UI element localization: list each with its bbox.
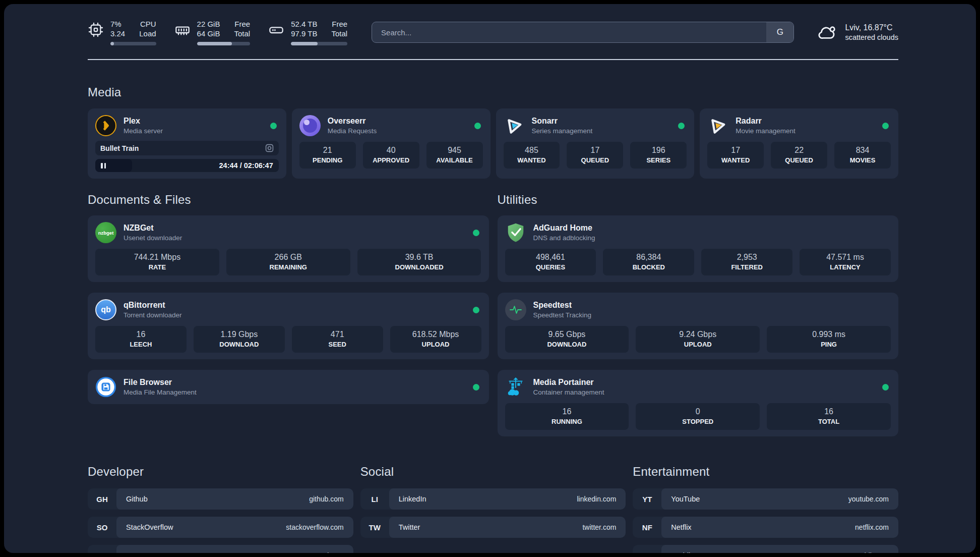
topbar-divider — [88, 59, 898, 60]
qbittorrent-icon: qb — [95, 299, 116, 320]
cpu-progress-bar — [110, 42, 156, 45]
app-desc: Speedtest Tracking — [533, 311, 891, 320]
ram-progress-fill — [197, 42, 232, 45]
app-name: Media Portainer — [533, 377, 876, 387]
disk-icon — [268, 22, 284, 38]
card-overseerr[interactable]: Overseerr Media Requests 21 PENDING 40 A… — [292, 108, 491, 179]
app-desc: Container management — [533, 388, 876, 397]
disk-total: 97.9 TB — [291, 29, 317, 38]
disk-progress-fill — [291, 42, 318, 45]
ram-free: 22 GiB — [197, 19, 220, 29]
section-heading-developer: Developer — [88, 465, 353, 479]
section-heading-entertainment: Entertainment — [633, 465, 898, 479]
stat-upload: 9.24 Gbps UPLOAD — [636, 326, 760, 353]
bookmark-youtube[interactable]: YT YouTube youtube.com — [633, 488, 898, 510]
disk-widget: 52.4 TB Free 97.9 TB Total — [268, 19, 347, 45]
status-dot — [474, 123, 481, 129]
status-dot — [882, 123, 889, 129]
ram-total: 64 GiB — [197, 29, 220, 38]
playback-progress-bar: 24:44 / 02:06:47 — [95, 159, 279, 172]
search-engine-button[interactable]: G — [766, 22, 793, 42]
stat-approved: 40 APPROVED — [363, 142, 419, 169]
bookmarks-entertainment: Entertainment YT YouTube youtube.com NF … — [633, 465, 898, 553]
stat-wanted: 485 WANTED — [504, 142, 560, 169]
bookmark-linkedin[interactable]: LI LinkedIn linkedin.com — [360, 488, 626, 510]
pause-icon[interactable] — [101, 163, 103, 169]
search-input[interactable] — [372, 22, 766, 42]
status-dot — [473, 230, 479, 236]
section-heading-media: Media — [88, 85, 898, 99]
card-adguard[interactable]: AdGuard Home DNS and adblocking 498,461 … — [498, 215, 899, 282]
cpu-label-1: CPU — [139, 19, 156, 29]
bookmarks-developer: Developer GH Github github.com SO StackO… — [88, 465, 353, 553]
section-utilities: Utilities AdGuard Home — [498, 193, 899, 436]
search-bar: G — [372, 22, 794, 43]
stat-available: 945 AVAILABLE — [426, 142, 483, 169]
stat-wanted: 17 WANTED — [707, 142, 764, 169]
app-name: Radarr — [736, 116, 875, 126]
session-icon[interactable] — [265, 144, 274, 152]
app-desc: Movie management — [736, 127, 875, 136]
ram-icon — [174, 22, 191, 38]
section-heading-documents: Documents & Files — [88, 193, 489, 207]
card-nzbget[interactable]: nzbget NZBGet Usenet downloader 744.21 M… — [88, 215, 489, 282]
disk-label-2: Total — [331, 29, 347, 38]
section-heading-utilities: Utilities — [498, 193, 899, 207]
card-qbittorrent[interactable]: qb qBittorrent Torrent downloader 16 LEE… — [88, 293, 489, 359]
bookmark-reddit[interactable]: RE Reddit reddit.com — [633, 545, 898, 553]
ram-widget: 22 GiB Free 64 GiB Total — [174, 19, 251, 45]
stat-movies: 834 MOVIES — [834, 142, 891, 169]
bookmark-stackoverflow[interactable]: SO StackOverflow stackoverflow.com — [88, 517, 353, 538]
portainer-icon — [505, 376, 526, 398]
card-radarr[interactable]: Radarr Movie management 17 WANTED 22 QUE… — [700, 108, 898, 179]
stat-queries: 498,461 QUERIES — [505, 249, 596, 275]
app-desc: Torrent downloader — [124, 311, 466, 320]
app-desc: Media Requests — [328, 127, 467, 136]
status-dot — [473, 384, 479, 391]
disk-free: 52.4 TB — [291, 19, 317, 29]
card-portainer[interactable]: Media Portainer Container management 16 … — [498, 370, 899, 436]
stat-upload: 618.52 Mbps UPLOAD — [390, 326, 481, 353]
app-desc: Media File Management — [124, 388, 466, 397]
system-stats: 7% CPU 3.24 Load 22 GiB Free 64 GiB Tota… — [88, 19, 347, 45]
nzbget-icon: nzbget — [95, 222, 116, 243]
app-desc: Series management — [532, 127, 671, 136]
stat-queued: 17 QUEUED — [567, 142, 623, 169]
section-documents-files: Documents & Files nzbget NZBGet Usenet d… — [88, 193, 489, 436]
top-bar: 7% CPU 3.24 Load 22 GiB Free 64 GiB Tota… — [88, 19, 898, 45]
playback-time: 24:44 / 02:06:47 — [219, 161, 279, 170]
app-name: Speedtest — [533, 300, 891, 310]
playback-progress-fill — [95, 159, 132, 172]
disk-label-1: Free — [331, 19, 347, 29]
stat-blocked: 86,384 BLOCKED — [603, 249, 694, 275]
bookmark-twitter[interactable]: TW Twitter twitter.com — [360, 517, 626, 538]
app-name: AdGuard Home — [533, 223, 891, 233]
card-speedtest[interactable]: Speedtest Speedtest Tracking 9.65 Gbps D… — [498, 293, 899, 359]
stat-stopped: 0 STOPPED — [636, 403, 760, 430]
section-heading-social: Social — [360, 465, 626, 479]
bookmark-netflix[interactable]: NF Netflix netflix.com — [633, 517, 898, 538]
overseerr-icon — [299, 115, 321, 136]
card-sonarr[interactable]: Sonarr Series management 485 WANTED 17 Q… — [496, 108, 695, 179]
bookmark-github[interactable]: GH Github github.com — [88, 488, 353, 510]
cpu-progress-fill — [110, 42, 114, 45]
cpu-percent: 7% — [110, 19, 125, 29]
stat-total: 16 TOTAL — [767, 403, 891, 430]
stat-series: 196 SERIES — [630, 142, 687, 169]
sonarr-icon — [504, 115, 525, 136]
now-playing-row: Bullet Train — [95, 141, 279, 155]
app-name: File Browser — [124, 377, 466, 387]
weather-widget: Lviv, 16.87°C scattered clouds — [816, 22, 898, 43]
radarr-icon — [707, 115, 728, 136]
app-desc: DNS and adblocking — [533, 234, 891, 243]
app-name: Overseerr — [328, 116, 467, 126]
card-filebrowser[interactable]: File Browser Media File Management — [88, 370, 489, 404]
status-dot — [473, 307, 479, 313]
stat-queued: 22 QUEUED — [771, 142, 827, 169]
stat-pending: 21 PENDING — [299, 142, 356, 169]
card-plex[interactable]: Plex Media server Bullet Train 24:44 / 0… — [88, 108, 286, 179]
disk-progress-bar — [291, 42, 347, 45]
app-name: qBittorrent — [124, 300, 466, 310]
app-name: Plex — [124, 116, 263, 126]
bookmark-dev[interactable]: DT DEV dev.to — [88, 545, 353, 553]
